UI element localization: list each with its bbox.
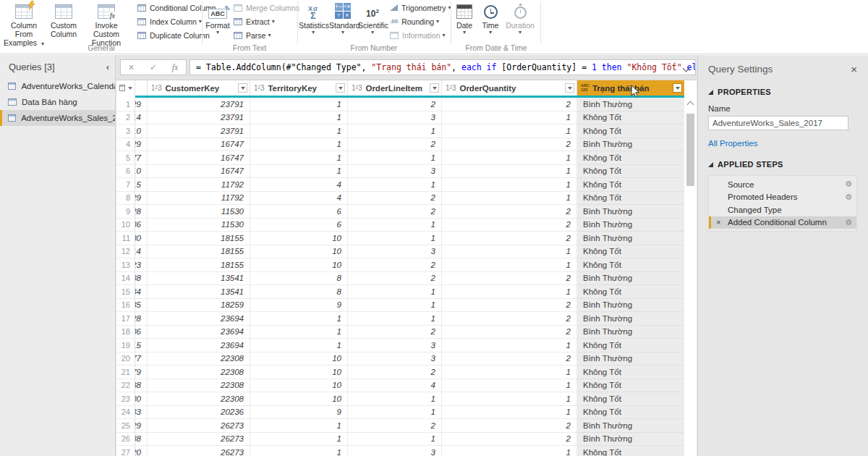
table-cell-CustomerKey[interactable]: 26273 <box>148 433 250 447</box>
table-cell-OrderLineItem[interactable]: 1 <box>348 232 442 245</box>
table-cell-OrderQuantity[interactable]: 1 <box>442 366 577 379</box>
table-cell-OrderQuantity[interactable]: 1 <box>442 245 577 259</box>
table-cell-OrderLineItem[interactable]: 1 <box>348 406 442 420</box>
table-cell-hidden-column[interactable]: 29 <box>135 138 148 152</box>
scrollbar-thumb[interactable] <box>686 114 694 186</box>
table-cell-OrderQuantity[interactable]: 2 <box>442 272 577 286</box>
table-cell-Trang-thai-ban[interactable]: Không Tốt <box>577 111 684 125</box>
table-cell-TerritoryKey[interactable]: 1 <box>250 419 348 433</box>
table-cell-OrderQuantity[interactable]: 2 <box>442 326 577 339</box>
table-cell-CustomerKey[interactable]: 23694 <box>148 339 250 352</box>
column-filter-button[interactable] <box>336 83 345 93</box>
table-cell-CustomerKey[interactable]: 18155 <box>148 245 250 259</box>
row-number[interactable]: 27 <box>116 446 135 456</box>
table-cell-CustomerKey[interactable]: 16747 <box>148 165 250 179</box>
table-cell-OrderQuantity[interactable]: 1 <box>442 339 577 352</box>
table-cell-Trang-thai-ban[interactable]: Không Tốt <box>577 192 684 206</box>
row-number[interactable]: 21 <box>116 366 135 379</box>
table-cell-hidden-column[interactable]: 10 <box>135 165 148 179</box>
table-cell-OrderLineItem[interactable]: 1 <box>348 299 442 313</box>
table-cell-OrderLineItem[interactable]: 1 <box>348 392 442 406</box>
applied-step[interactable]: Source⚙ <box>709 178 856 191</box>
table-cell-Trang-thai-ban[interactable]: Không Tốt <box>577 245 684 259</box>
table-cell-CustomerKey[interactable]: 23791 <box>148 124 250 138</box>
row-number[interactable]: 4 <box>116 138 135 152</box>
standard-button[interactable]: +−÷×÷× Standard ▾ <box>329 0 357 35</box>
row-number[interactable]: 2 <box>116 111 135 125</box>
table-cell-OrderLineItem[interactable]: 2 <box>348 272 442 286</box>
table-cell-TerritoryKey[interactable]: 10 <box>250 258 348 272</box>
table-cell-OrderQuantity[interactable]: 1 <box>442 151 577 165</box>
table-cell-hidden-column[interactable]: 77 <box>135 151 148 165</box>
table-cell-Trang-thai-ban[interactable]: Không Tốt <box>577 392 684 406</box>
table-cell-Trang-thai-ban[interactable]: Bình Thường <box>577 352 684 366</box>
row-number[interactable]: 26 <box>116 433 135 447</box>
table-cell-CustomerKey[interactable]: 23791 <box>148 111 250 125</box>
gear-icon[interactable]: ⚙ <box>845 193 852 202</box>
table-cell-OrderLineItem[interactable]: 3 <box>348 446 442 456</box>
table-cell-TerritoryKey[interactable]: 1 <box>250 165 348 179</box>
table-cell-Trang-thai-ban[interactable]: Không Tốt <box>577 379 684 393</box>
table-cell-TerritoryKey[interactable]: 4 <box>250 192 348 206</box>
table-cell-TerritoryKey[interactable]: 1 <box>250 339 348 352</box>
table-cell-TerritoryKey[interactable]: 6 <box>250 219 348 232</box>
table-cell-TerritoryKey[interactable]: 8 <box>250 285 348 299</box>
table-cell-Trang-thai-ban[interactable]: Bình Thường <box>577 299 684 313</box>
table-cell-OrderQuantity[interactable]: 2 <box>442 232 577 245</box>
row-number[interactable]: 20 <box>116 352 135 366</box>
row-number[interactable]: 5 <box>116 151 135 165</box>
table-cell-TerritoryKey[interactable]: 1 <box>250 326 348 339</box>
table-cell-OrderLineItem[interactable]: 3 <box>348 352 442 366</box>
table-cell-hidden-column[interactable]: 14 <box>135 245 148 259</box>
row-number[interactable]: 12 <box>116 245 135 259</box>
table-cell-OrderQuantity[interactable]: 1 <box>442 285 577 299</box>
table-menu-dropdown-icon[interactable] <box>128 87 132 90</box>
applied-step[interactable]: Changed Type <box>709 203 856 216</box>
table-cell-OrderLineItem[interactable]: 2 <box>348 326 442 339</box>
table-cell-OrderQuantity[interactable]: 2 <box>442 419 577 433</box>
duration-button[interactable]: Duration ▾ <box>503 0 537 35</box>
table-cell-OrderLineItem[interactable]: 2 <box>348 366 442 379</box>
table-cell-OrderQuantity[interactable]: 2 <box>442 138 577 152</box>
parse-button[interactable]: Parse▾ <box>234 28 299 42</box>
table-cell-Trang-thai-ban[interactable]: Không Tốt <box>577 406 684 420</box>
table-cell-hidden-column[interactable]: 14 <box>135 111 148 125</box>
table-cell-CustomerKey[interactable]: 18155 <box>148 258 250 272</box>
table-cell-TerritoryKey[interactable]: 10 <box>250 379 348 393</box>
table-cell-hidden-column[interactable]: 15 <box>135 339 148 352</box>
column-filter-button[interactable] <box>673 83 682 93</box>
extract-button[interactable]: Extract▾ <box>234 14 299 28</box>
table-cell-CustomerKey[interactable]: 22308 <box>148 366 250 379</box>
row-number[interactable]: 24 <box>116 406 135 420</box>
table-cell-OrderLineItem[interactable]: 3 <box>348 165 442 179</box>
table-cell-OrderQuantity[interactable]: 1 <box>442 446 577 456</box>
column-header-TerritoryKey[interactable]: 1²3TerritoryKey <box>250 80 348 96</box>
column-filter-button[interactable] <box>565 83 574 93</box>
table-cell-hidden-column[interactable]: 36 <box>135 326 148 339</box>
applied-step[interactable]: Promoted Headers⚙ <box>709 191 856 204</box>
column-header-select-all[interactable] <box>116 80 135 96</box>
table-cell-OrderLineItem[interactable]: 2 <box>348 138 442 152</box>
format-button[interactable]: ABC✎ Format ▾ <box>203 0 232 35</box>
scientific-button[interactable]: 102 Scientific ▾ <box>358 0 387 35</box>
table-cell-OrderQuantity[interactable]: 1 <box>442 258 577 272</box>
table-cell-TerritoryKey[interactable]: 1 <box>250 98 348 111</box>
table-cell-OrderQuantity[interactable]: 2 <box>442 433 577 447</box>
table-cell-CustomerKey[interactable]: 23791 <box>148 98 250 111</box>
table-cell-OrderLineItem[interactable]: 1 <box>348 151 442 165</box>
table-cell-TerritoryKey[interactable]: 1 <box>250 138 348 152</box>
row-number[interactable]: 8 <box>116 192 135 206</box>
table-cell-OrderLineItem[interactable]: 2 <box>348 205 442 219</box>
table-cell-OrderLineItem[interactable]: 3 <box>348 111 442 125</box>
row-number[interactable]: 15 <box>116 285 135 299</box>
column-header-hidden-column[interactable] <box>135 80 148 96</box>
table-cell-CustomerKey[interactable]: 23694 <box>148 326 250 339</box>
table-cell-hidden-column[interactable]: 10 <box>135 124 148 138</box>
table-cell-CustomerKey[interactable]: 11792 <box>148 192 250 206</box>
table-cell-hidden-column[interactable]: 36 <box>135 219 148 232</box>
row-number[interactable]: 10 <box>116 219 135 232</box>
check-icon[interactable]: ✓ <box>150 62 157 72</box>
table-cell-CustomerKey[interactable]: 13541 <box>148 285 250 299</box>
table-cell-OrderLineItem[interactable]: 1 <box>348 124 442 138</box>
table-cell-CustomerKey[interactable]: 13541 <box>148 272 250 286</box>
